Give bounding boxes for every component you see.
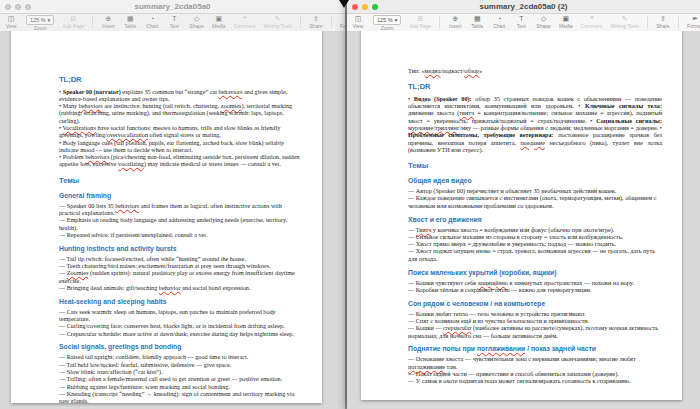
toolbar-view-button[interactable]: ◫View xyxy=(351,15,365,29)
toolbar-separator xyxy=(439,16,440,28)
doc-paragraph[interactable]: — Показ задней части — приветствие и спо… xyxy=(408,370,662,377)
toolbar-media-button[interactable]: ▣Media xyxy=(559,15,573,29)
zoom-dropdown[interactable]: 125 %▾ xyxy=(373,15,401,25)
shape-icon: ◇ xyxy=(541,15,546,23)
doc-heading[interactable]: Темы xyxy=(408,162,662,171)
toolbar-text-button[interactable]: TText xyxy=(167,15,181,29)
text-icon: T xyxy=(519,15,523,23)
toolbar-zoom-button[interactable]: 125 %▾Zoom xyxy=(26,15,54,31)
misspelled-word: vocalizing xyxy=(118,160,144,167)
doc-paragraph[interactable]: — Trilling: often a female/maternal call… xyxy=(59,375,302,382)
toolbar-insert-button[interactable]: ⊕Insert xyxy=(448,15,462,29)
format-icon: ✒ xyxy=(692,15,698,23)
doc-paragraph[interactable]: — Основание хвоста — чувствительная зона… xyxy=(408,355,662,370)
doc-heading[interactable]: Хвост и его движения xyxy=(408,216,662,224)
doc-paragraph[interactable]: — Tail tip twitch: focused/excited, ofte… xyxy=(59,255,302,262)
doc-paragraph[interactable]: • Problem behaviors (pica/chewing non-fo… xyxy=(59,153,302,168)
doc-heading[interactable]: TL;DR xyxy=(59,76,302,85)
doc-heading[interactable]: Сон рядом с человеком / на компьютере xyxy=(408,300,662,308)
misspelled-word: поглаживание xyxy=(408,363,445,370)
doc-paragraph[interactable]: — Crepuscular schedule: more active at d… xyxy=(59,330,302,337)
toolbar-format-button[interactable]: ✒Format xyxy=(340,15,345,29)
zoom-value: 125 % xyxy=(30,17,46,24)
toolbar-share-button[interactable]: ⇧Share xyxy=(656,15,670,29)
toolbar-view-button[interactable]: ◫View xyxy=(4,15,18,29)
toolbar-label: Comment xyxy=(581,23,603,29)
doc-paragraph[interactable]: — Кошки — crepuscular (наиболее активны … xyxy=(408,324,662,339)
doc-heading[interactable]: General framing xyxy=(59,192,302,200)
doc-paragraph[interactable]: • Body language cues (tail position, pup… xyxy=(59,139,302,154)
doc-paragraph[interactable]: — Твитч у кончика хвоста = возбуждение и… xyxy=(408,226,662,233)
add-page-icon: ⊞ xyxy=(417,15,423,23)
doc-paragraph[interactable]: — Автор (Speaker 00) перечисляет и объяс… xyxy=(408,187,662,194)
doc-paragraph[interactable]: — Speaker 00 lists 35 behaviors and fram… xyxy=(59,202,302,217)
document-text: Тип: «медиа/подкаст/обзор»TL;DR• Видео (… xyxy=(408,67,662,385)
doc-paragraph[interactable]: — Кошки любят тепло — тело человека и ус… xyxy=(408,310,662,317)
doc-paragraph[interactable]: Тип: «медиа/подкаст/обзор» xyxy=(408,67,662,74)
doc-paragraph[interactable]: — Kneading (transcript “needing” → knead… xyxy=(59,390,302,403)
doc-paragraph[interactable]: — Curling/covering face: conserves heat,… xyxy=(59,322,302,329)
toolbar-share-button[interactable]: ⇧Share xyxy=(309,15,323,29)
doc-paragraph[interactable]: • Speaker 00 (narrator) explains 35 comm… xyxy=(59,88,302,103)
doc-paragraph[interactable]: — Zoomies (sudden sprints): natural pred… xyxy=(59,269,302,284)
doc-paragraph[interactable]: — Rubbing against legs/furniture: scent … xyxy=(59,383,302,390)
doc-heading[interactable]: Поиск маленьких укрытий (коробки, ящики) xyxy=(408,269,662,277)
doc-heading[interactable]: Общая идея видео xyxy=(408,177,662,185)
pages-window-right: summary_2cda05a0 (2) ◫View125 %▾Zoom⊞Add… xyxy=(347,0,700,409)
doc-paragraph[interactable]: — У самок в охоте поднятая попа может си… xyxy=(408,377,662,384)
toolbar-insert-button[interactable]: ⊕Insert xyxy=(101,15,115,29)
doc-heading[interactable]: Social signals, greetings and bonding xyxy=(59,343,302,351)
doc-paragraph[interactable]: — Сильное сильное махание из стороны в с… xyxy=(408,233,662,240)
toolbar-writing-tools-button: ✎Writing Tools xyxy=(264,15,292,29)
doc-paragraph[interactable]: — Хвост прямо вверх = дружелюбие и увере… xyxy=(408,240,662,247)
doc-paragraph[interactable]: — Repeated advice: if persistent/unexpla… xyxy=(59,231,302,238)
toolbar-comment-button: ❝Comment xyxy=(234,15,256,29)
doc-paragraph[interactable]: — Коробки тёплые и сохраняют тепло — важ… xyxy=(408,286,662,293)
doc-heading[interactable]: Heat-seeking and sleeping habits xyxy=(59,298,302,306)
toolbar-comment-button: ❝Comment xyxy=(581,15,603,29)
zoom-dropdown[interactable]: 125 %▾ xyxy=(26,15,54,25)
doc-paragraph[interactable]: — Кошки чувствуют себя защищённо в замкн… xyxy=(408,279,662,286)
doc-paragraph[interactable]: — Bringing dead animals: gift/teaching b… xyxy=(59,284,302,291)
title-bar[interactable]: summary_2cda05a0 (2) xyxy=(347,0,700,14)
doc-paragraph[interactable]: — Tail held low/tucked: fearful, submiss… xyxy=(59,361,302,368)
doc-paragraph[interactable]: — Slow blink: trust/affection (“cat kiss… xyxy=(59,368,302,375)
toolbar-separator xyxy=(678,16,679,28)
document-canvas: TL;DR• Speaker 00 (narrator) explains 35… xyxy=(0,31,345,409)
document-page[interactable]: TL;DR• Speaker 00 (narrator) explains 35… xyxy=(11,31,322,403)
toolbar-separator xyxy=(647,16,648,28)
toolbar-text-button[interactable]: TText xyxy=(514,15,528,29)
toolbar-label: Shape xyxy=(189,23,203,29)
toolbar-table-button[interactable]: ▦Table xyxy=(123,15,137,29)
toolbar-label: Insert xyxy=(449,23,462,29)
doc-heading[interactable]: Поднятие попы при поглаживании / показ з… xyxy=(408,345,662,353)
toolbar-label: Media xyxy=(559,23,573,29)
toolbar-table-button[interactable]: ▦Table xyxy=(470,15,484,29)
doc-paragraph[interactable]: — Raised tail upright: confident, friend… xyxy=(59,353,302,360)
toolbar-shape-button[interactable]: ◇Shape xyxy=(189,15,203,29)
pages-window-left: summary_2cda05a0 ◫View125 %▾Zoom⊞Add Pag… xyxy=(0,0,345,409)
doc-paragraph[interactable]: — Спят с хозяином ещё и из чувства безоп… xyxy=(408,317,662,324)
title-bar[interactable]: summary_2cda05a0 xyxy=(0,0,345,14)
doc-paragraph[interactable]: — Каждое поведение связывается с инстинк… xyxy=(408,194,662,209)
doc-paragraph[interactable]: — Хвост поджат/опущен низко = страх, тре… xyxy=(408,247,662,262)
doc-heading[interactable]: Hunting instincts and activity bursts xyxy=(59,245,302,253)
doc-paragraph[interactable]: — Teeth chattering/bird noises: exciteme… xyxy=(59,262,302,269)
document-page[interactable]: Тип: «медиа/подкаст/обзор»TL;DR• Видео (… xyxy=(361,31,682,400)
toolbar-label: Format xyxy=(340,23,345,29)
toolbar-format-button[interactable]: ✒Format xyxy=(687,15,700,29)
toolbar-chart-button[interactable]: ◔Chart xyxy=(492,15,506,29)
toolbar-zoom-button[interactable]: 125 %▾Zoom xyxy=(373,15,401,31)
toolbar-chart-button[interactable]: ◔Chart xyxy=(145,15,159,29)
doc-paragraph[interactable]: • Many behaviors are instinctive: huntin… xyxy=(59,102,302,124)
doc-paragraph[interactable]: • Видео (Speaker 00): обзор 35 странных … xyxy=(408,95,662,153)
chart-icon: ◔ xyxy=(150,15,154,23)
doc-heading[interactable]: Темы xyxy=(59,177,302,186)
misspelled-word: Zoomies xyxy=(67,269,89,276)
doc-heading[interactable]: TL;DR xyxy=(408,83,662,92)
doc-paragraph[interactable]: — Emphasis on reading body language and … xyxy=(59,216,302,231)
doc-paragraph[interactable]: • Vocalizations have social functions: m… xyxy=(59,124,302,139)
toolbar-shape-button[interactable]: ◇Shape xyxy=(536,15,550,29)
toolbar-media-button[interactable]: ▣Media xyxy=(212,15,226,29)
doc-paragraph[interactable]: — Cats seek warmth: sleep on humans, lap… xyxy=(59,308,302,323)
